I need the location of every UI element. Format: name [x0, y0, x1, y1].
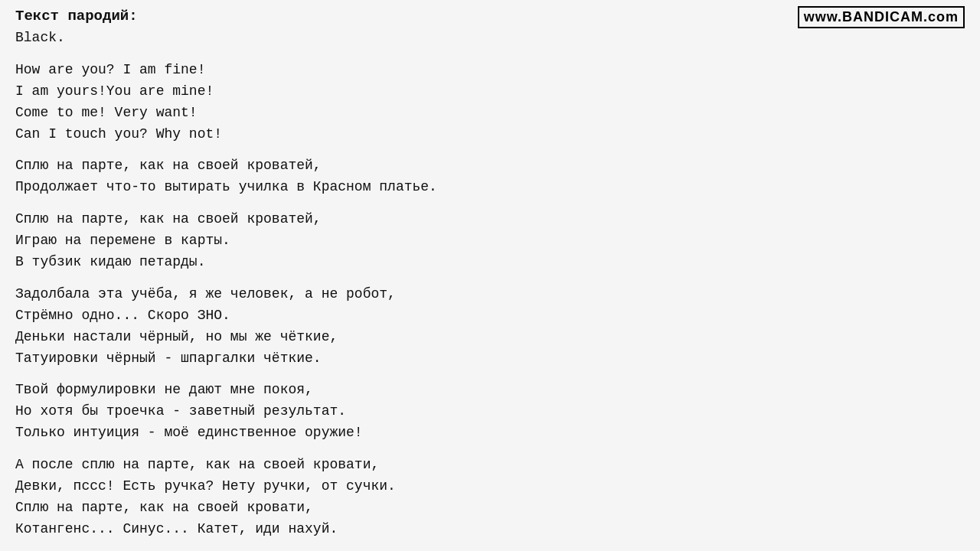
lyric-line: Играю на перемене в карты.: [15, 230, 965, 252]
lyric-line: Но хотя бы троечка - заветный результат.: [15, 401, 965, 422]
lyric-line: Black.: [15, 28, 965, 49]
watermark: www.BANDICAM.com: [798, 6, 965, 28]
lyric-line: Задолбала эта учёба, я же человек, а не …: [15, 284, 965, 305]
lyric-line: Девки, псcс! Есть ручка? Нету ручки, от …: [15, 476, 965, 497]
lyric-line: Сплю на парте, как на своей кроватей,: [15, 155, 965, 177]
lyric-line: How are you? I am fine!: [15, 60, 965, 81]
lyric-line: В тубзик кидаю петарды.: [15, 252, 965, 273]
lyric-line: [15, 444, 965, 455]
main-content: www.BANDICAM.com Текст пародий: Black. H…: [0, 0, 980, 551]
lyric-line: Твой формулировки не дают мне покоя,: [15, 380, 965, 401]
lyric-line: Сплю на парте, как на своей кроватей,: [15, 209, 965, 230]
lyric-line: [15, 145, 965, 155]
lyric-line: А после сплю на парте, как на своей кров…: [15, 455, 965, 476]
lyric-line: Татуировки чёрный - шпаргалки чёткие.: [15, 348, 965, 370]
watermark-text: www.BANDICAM.com: [804, 9, 959, 24]
lyric-line: Сплю на парте, как на своей кровати,: [15, 497, 965, 519]
lyric-line: I am yours!You are mine!: [15, 81, 965, 103]
lyric-line: [15, 49, 965, 60]
lyric-line: Деньки настали чёрный, но мы же чёткие,: [15, 327, 965, 348]
lyric-line: Продолжает что-то вытирать училка в Крас…: [15, 177, 965, 198]
lyric-line: Котангенс... Синус... Катет, иди нахуй.: [15, 519, 965, 540]
lyric-line: Can I touch you? Why not!: [15, 124, 965, 145]
lyrics-block: Black. How are you? I am fine!I am yours…: [15, 28, 965, 551]
lyric-line: Come to me! Very want!: [15, 103, 965, 124]
lyric-line: [15, 540, 965, 551]
lyric-line: Стрёмно одно... Скоро ЗНО.: [15, 305, 965, 327]
lyric-line: Только интуиция - моё единственное оружи…: [15, 422, 965, 444]
lyric-line: [15, 273, 965, 284]
lyric-line: [15, 369, 965, 380]
lyric-line: [15, 198, 965, 209]
